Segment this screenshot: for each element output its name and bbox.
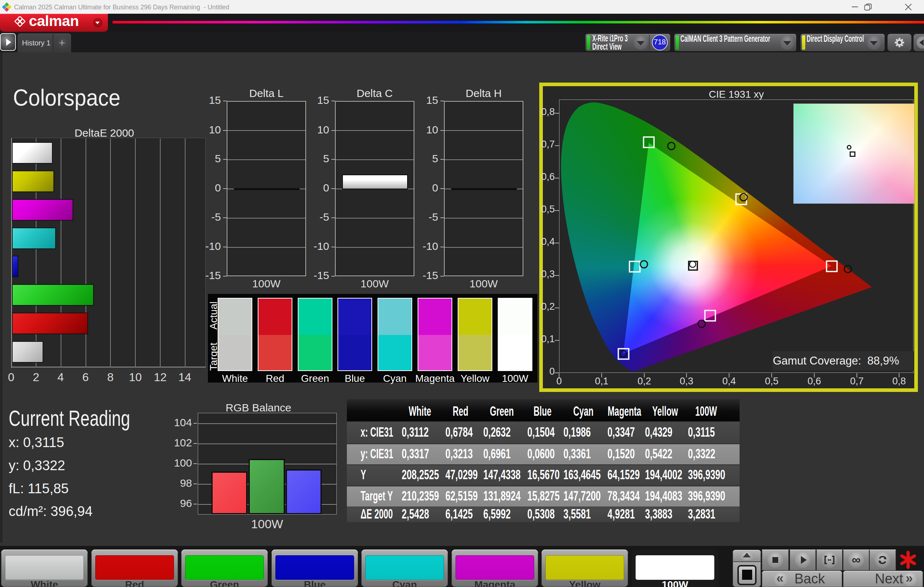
- svg-text:Gamut Coverage: 88,9%: Gamut Coverage: 88,9%: [773, 354, 899, 367]
